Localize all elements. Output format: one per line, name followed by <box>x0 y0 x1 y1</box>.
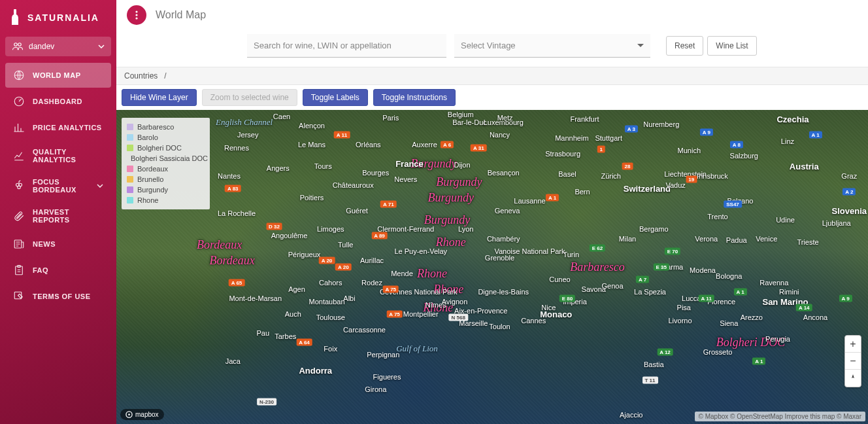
user-name: dandev <box>29 42 54 51</box>
chart-bar-icon <box>13 122 25 133</box>
breadcrumb: Countries / <box>116 67 868 85</box>
svg-rect-0 <box>14 9 16 14</box>
sidebar: SATURNALIA dandev WORLD MAP DASHBOARD <box>0 0 116 424</box>
legend-label: Brunello <box>137 175 163 183</box>
chart-line-icon <box>13 150 25 162</box>
mapbox-icon <box>125 411 133 418</box>
sidebar-nav: WORLD MAP DASHBOARD PRICE ANALYTICS QUAL… <box>0 63 116 309</box>
page-title: World Map <box>156 9 206 21</box>
nav-terms[interactable]: TERMS OF USE <box>5 284 111 309</box>
wine-list-button[interactable]: Wine List <box>707 36 756 56</box>
svg-point-2 <box>18 43 22 46</box>
legend-label: Rhone <box>137 196 158 204</box>
map-legend: BarbarescoBaroloBolgheri DOCBolgheri Sas… <box>122 118 210 209</box>
vintage-select[interactable]: Select Vintage <box>454 34 650 58</box>
nav-label: TERMS OF USE <box>33 292 91 300</box>
legend-label: Bordeaux <box>137 165 168 173</box>
brand: SATURNALIA <box>0 0 116 37</box>
breadcrumb-sep: / <box>164 71 166 80</box>
zoom-selected-wine-button: Zoom to selected wine <box>202 89 297 106</box>
users-icon <box>12 42 24 51</box>
legend-item: Bordeaux <box>127 164 205 174</box>
nav-label: QUALITY ANALYTICS <box>33 148 103 164</box>
zoom-out-button[interactable]: − <box>845 353 861 370</box>
clipboard-icon <box>13 264 25 276</box>
nav-focus-bordeaux[interactable]: FOCUS BORDEAUX <box>5 171 111 200</box>
legend-label: Burgundy <box>137 186 168 194</box>
legend-swatch <box>127 176 133 183</box>
edit-icon <box>13 291 25 302</box>
page-actions-button[interactable] <box>127 5 146 25</box>
globe-icon <box>13 69 25 81</box>
main: World Map Select Vintage Reset Wine List… <box>116 0 868 424</box>
legend-item: Burgundy <box>127 185 205 195</box>
compass-icon <box>849 374 857 382</box>
zoom-in-button[interactable]: + <box>845 336 861 353</box>
svg-point-7 <box>18 186 21 189</box>
nav-label: PRICE ANALYTICS <box>33 124 102 132</box>
nav-label: HARVEST REPORTS <box>33 208 103 224</box>
legend-swatch <box>127 124 133 130</box>
nav-label: DASHBOARD <box>33 97 82 105</box>
legend-label: Bolgheri Sassicaia DOC <box>131 154 208 162</box>
legend-label: Barbaresco <box>137 123 174 131</box>
search-input[interactable] <box>247 34 446 58</box>
grape-icon <box>13 180 25 192</box>
newspaper-icon <box>13 238 25 250</box>
nav-dashboard[interactable]: DASHBOARD <box>5 89 111 114</box>
chevron-down-icon <box>98 44 105 48</box>
legend-item: Barolo <box>127 132 205 143</box>
nav-news[interactable]: NEWS <box>5 232 111 256</box>
legend-item: Bolgheri Sassicaia DOC <box>127 153 205 164</box>
map-attribution: © Mapbox © OpenStreetMap Improve this ma… <box>695 412 865 421</box>
nav-price-analytics[interactable]: PRICE ANALYTICS <box>5 115 111 140</box>
vintage-placeholder: Select Vintage <box>461 41 516 50</box>
gauge-icon <box>13 96 25 107</box>
nav-world-map[interactable]: WORLD MAP <box>5 63 111 88</box>
legend-swatch <box>127 166 133 172</box>
nav-label: WORLD MAP <box>33 71 81 79</box>
legend-label: Bolgheri DOC <box>137 144 182 152</box>
nav-label: FOCUS BORDEAUX <box>33 178 89 194</box>
wine-bottle-icon <box>9 9 21 26</box>
map-tiles <box>116 110 868 424</box>
svg-point-1 <box>14 43 18 46</box>
map-toolbar: Hide Wine Layer Zoom to selected wine To… <box>116 85 868 110</box>
svg-point-16 <box>128 414 130 415</box>
legend-swatch <box>127 186 133 193</box>
legend-item: Brunello <box>127 174 205 185</box>
map[interactable]: BarbarescoBaroloBolgheri DOCBolgheri Sas… <box>116 110 868 424</box>
legend-swatch <box>127 145 133 151</box>
legend-swatch <box>127 197 133 203</box>
toggle-labels-button[interactable]: Toggle Labels <box>303 89 368 106</box>
hide-wine-layer-button[interactable]: Hide Wine Layer <box>122 89 197 106</box>
breadcrumb-root[interactable]: Countries <box>124 71 158 80</box>
more-vertical-icon <box>135 10 138 20</box>
user-menu[interactable]: dandev <box>5 37 111 56</box>
nav-harvest-reports[interactable]: HARVEST REPORTS <box>5 202 111 230</box>
compass-button[interactable] <box>845 370 861 387</box>
header-row: World Map <box>116 0 868 27</box>
nav-label: FAQ <box>33 266 48 274</box>
svg-point-14 <box>135 17 137 19</box>
filter-row: Select Vintage Reset Wine List <box>116 27 868 67</box>
mapbox-logo: mapbox <box>120 409 164 420</box>
svg-point-12 <box>135 10 137 12</box>
reset-button[interactable]: Reset <box>666 36 703 56</box>
caret-down-icon <box>637 44 644 47</box>
toggle-instructions-button[interactable]: Toggle Instructions <box>373 89 456 106</box>
legend-swatch <box>127 134 133 141</box>
legend-item: Bolgheri DOC <box>127 143 205 153</box>
chevron-down-icon <box>97 184 103 188</box>
brand-name: SATURNALIA <box>27 12 99 23</box>
nav-faq[interactable]: FAQ <box>5 258 111 283</box>
legend-item: Barbaresco <box>127 122 205 132</box>
svg-point-13 <box>135 14 137 16</box>
nav-label: NEWS <box>33 240 56 248</box>
zoom-control: + − <box>844 335 861 387</box>
paperclip-icon <box>13 210 25 222</box>
legend-label: Barolo <box>137 133 158 141</box>
nav-quality-analytics[interactable]: QUALITY ANALYTICS <box>5 141 111 170</box>
legend-item: Rhone <box>127 195 205 205</box>
